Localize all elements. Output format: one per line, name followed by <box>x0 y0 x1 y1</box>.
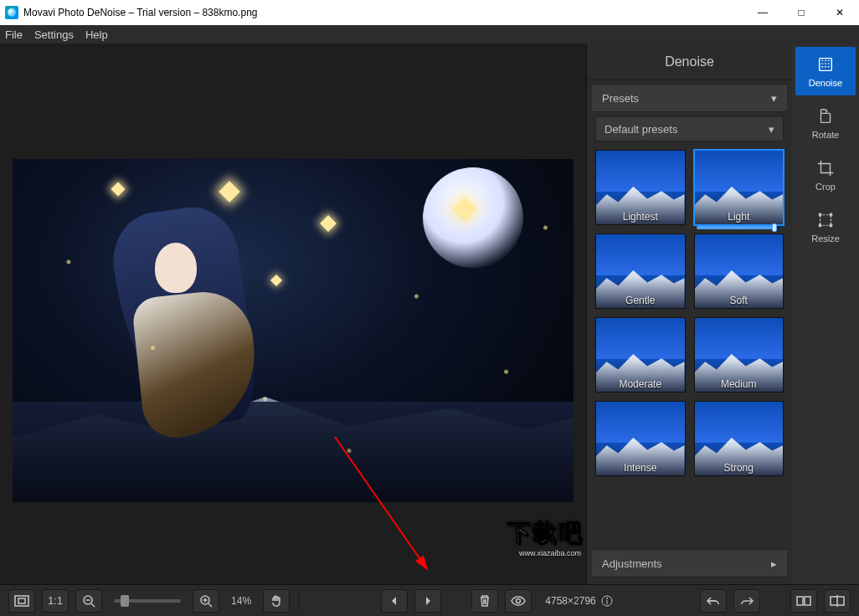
redo-button[interactable] <box>733 589 760 613</box>
menu-bar: File Settings Help <box>0 25 859 44</box>
preset-label: Light <box>695 209 784 224</box>
minimize-button[interactable]: ― <box>743 0 782 25</box>
tool-label: Resize <box>811 234 840 244</box>
window-titlebar: Movavi Photo DeNoise – Trial version – 8… <box>0 0 859 25</box>
crop-icon <box>815 158 836 178</box>
maximize-button[interactable]: □ <box>782 0 820 25</box>
actual-size-button[interactable]: 1:1 <box>42 589 69 613</box>
undo-button[interactable] <box>700 589 727 613</box>
svg-rect-2 <box>821 113 831 122</box>
actual-size-label: 1:1 <box>48 594 63 607</box>
image-preview <box>13 159 574 502</box>
zoom-out-button[interactable] <box>75 589 102 613</box>
before-after-button[interactable] <box>824 589 851 613</box>
preset-label: Medium <box>695 377 784 392</box>
close-button[interactable]: ✕ <box>820 0 859 25</box>
fit-screen-button[interactable] <box>8 589 35 613</box>
watermark-text: 下载吧 <box>507 517 583 549</box>
svg-rect-9 <box>18 598 25 603</box>
tool-rotate[interactable]: Rotate <box>795 99 856 147</box>
tool-label: Crop <box>815 182 836 192</box>
preset-gentle[interactable]: Gentle <box>595 234 686 309</box>
svg-line-14 <box>208 603 212 607</box>
svg-point-4 <box>819 213 821 216</box>
tool-label: Denoise <box>809 78 842 88</box>
chevron-down-icon: ▾ <box>769 123 774 136</box>
preset-soft[interactable]: Soft <box>694 234 784 309</box>
prev-button[interactable] <box>381 589 408 613</box>
tool-sidebar: Denoise Rotate Crop Resize <box>792 44 859 584</box>
svg-point-17 <box>517 598 521 603</box>
separator <box>298 591 299 611</box>
zoom-percent: 14% <box>226 595 256 607</box>
preset-label: Intense <box>596 460 685 475</box>
resize-icon <box>815 210 836 230</box>
svg-rect-22 <box>805 597 810 605</box>
main-area: 下载吧 www.xiazaiba.com Denoise Presets ▾ D… <box>0 44 859 584</box>
preset-grid: Lightest Light Gentle Soft Moderate Medi… <box>587 141 792 546</box>
right-panel: Denoise Presets ▾ Default presets ▾ Ligh… <box>586 44 792 584</box>
canvas-area[interactable]: 下载吧 www.xiazaiba.com <box>0 44 586 584</box>
svg-rect-21 <box>797 597 803 605</box>
panel-title: Denoise <box>587 44 792 80</box>
presets-section-header[interactable]: Presets ▾ <box>592 84 787 112</box>
menu-settings[interactable]: Settings <box>34 28 74 41</box>
app-icon <box>5 6 18 19</box>
preset-label: Moderate <box>596 377 685 392</box>
info-icon[interactable] <box>601 595 613 607</box>
menu-file[interactable]: File <box>5 28 23 41</box>
preset-medium[interactable]: Medium <box>694 317 784 393</box>
tool-resize[interactable]: Resize <box>795 203 856 251</box>
tool-crop[interactable]: Crop <box>795 151 856 199</box>
preset-intense[interactable]: Intense <box>595 401 686 476</box>
hand-tool-button[interactable] <box>263 589 290 613</box>
denoise-icon <box>815 54 836 74</box>
tool-denoise[interactable]: Denoise <box>795 47 856 95</box>
preset-lightest[interactable]: Lightest <box>595 150 686 225</box>
svg-point-7 <box>830 224 832 227</box>
preset-label: Gentle <box>596 293 685 308</box>
tool-label: Rotate <box>812 130 839 140</box>
svg-line-11 <box>91 603 95 607</box>
rotate-icon <box>815 106 836 126</box>
chevron-right-icon: ▸ <box>771 557 777 570</box>
menu-help[interactable]: Help <box>85 28 108 41</box>
presets-dropdown[interactable]: Default presets ▾ <box>595 116 784 141</box>
image-dimensions: 4758×2796 <box>538 595 619 607</box>
compare-button[interactable] <box>790 589 817 613</box>
dimensions-text: 4758×2796 <box>545 595 595 607</box>
preset-label: Strong <box>695 460 784 475</box>
preset-intensity-slider[interactable] <box>697 226 782 229</box>
preset-strong[interactable]: Strong <box>694 401 784 476</box>
next-button[interactable] <box>414 589 441 613</box>
svg-point-6 <box>819 224 821 227</box>
chevron-down-icon: ▾ <box>771 92 777 105</box>
presets-label: Presets <box>602 92 639 105</box>
presets-dropdown-label: Default presets <box>604 123 677 136</box>
svg-point-20 <box>606 598 608 599</box>
svg-rect-8 <box>15 596 28 606</box>
zoom-in-button[interactable] <box>193 589 219 613</box>
preview-toggle-button[interactable] <box>505 589 532 613</box>
delete-button[interactable] <box>471 589 498 613</box>
preset-moderate[interactable]: Moderate <box>595 317 686 393</box>
preset-label: Lightest <box>596 209 685 224</box>
adjustments-section-header[interactable]: Adjustments ▸ <box>592 549 787 578</box>
watermark-url: www.xiazaiba.com <box>519 549 581 557</box>
adjustments-label: Adjustments <box>602 557 662 570</box>
svg-rect-3 <box>820 215 831 226</box>
window-title: Movavi Photo DeNoise – Trial version – 8… <box>23 7 743 18</box>
bottom-toolbar: 1:1 14% 4758×2796 <box>0 584 859 616</box>
svg-point-5 <box>830 213 832 216</box>
preset-label: Soft <box>695 293 784 308</box>
zoom-slider[interactable] <box>114 599 181 603</box>
preset-light[interactable]: Light <box>694 150 784 225</box>
